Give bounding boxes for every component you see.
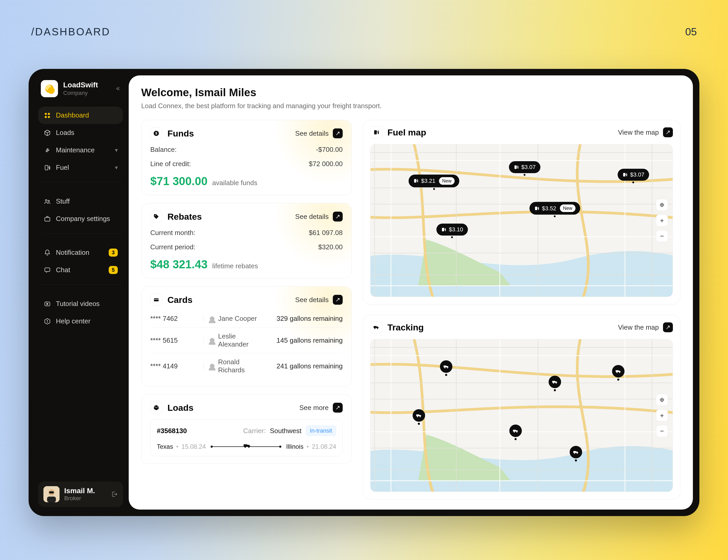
tracking-map[interactable]: + − bbox=[370, 339, 673, 492]
pin-price: $3.10 bbox=[449, 226, 463, 233]
svg-point-44 bbox=[619, 372, 620, 373]
brand-sub: Company bbox=[63, 90, 98, 96]
svg-rect-20 bbox=[244, 444, 247, 447]
zoom-out-button[interactable]: − bbox=[656, 425, 668, 437]
tracking-view[interactable]: View the map ↗ bbox=[618, 322, 673, 332]
zoom-in-button[interactable]: + bbox=[656, 409, 668, 421]
svg-point-21 bbox=[245, 447, 246, 448]
map-controls: + − bbox=[656, 199, 668, 242]
fuel-map[interactable]: $3.21New$3.07$3.07$3.52New$3.10 + − bbox=[370, 144, 673, 297]
tracking-pin[interactable] bbox=[440, 360, 452, 373]
cards-title: Cards bbox=[167, 295, 192, 305]
card-row[interactable]: **** 7462 Jane Cooper 329 gallons remain… bbox=[150, 310, 343, 327]
brand-logo bbox=[41, 80, 58, 97]
nav-loads[interactable]: Loads bbox=[38, 124, 123, 141]
fuel-map-title: Fuel map bbox=[387, 127, 426, 138]
arrow-icon: ↗ bbox=[333, 403, 343, 413]
balance-label: Balance: bbox=[150, 146, 177, 154]
person-icon bbox=[210, 338, 215, 343]
nav-label: Fuel bbox=[56, 164, 69, 172]
card-remaining: 329 gallons remaining bbox=[267, 315, 343, 323]
fuel-price-pin[interactable]: $3.07 bbox=[509, 161, 540, 173]
arrow-icon: ↗ bbox=[333, 295, 343, 305]
tracking-pin[interactable] bbox=[509, 425, 522, 437]
chat-badge: 5 bbox=[109, 266, 118, 274]
nav-chat[interactable]: Chat 5 bbox=[38, 261, 123, 279]
funds-see-details[interactable]: See details ↗ bbox=[295, 128, 343, 138]
cards-list: **** 7462 Jane Cooper 329 gallons remain… bbox=[150, 310, 343, 379]
action-label: View the map bbox=[618, 128, 659, 136]
svg-rect-29 bbox=[442, 228, 444, 231]
nav-help-center[interactable]: Help center bbox=[38, 312, 123, 330]
svg-text:$: $ bbox=[155, 131, 157, 135]
card-remaining: 241 gallons remaining bbox=[267, 362, 343, 370]
svg-point-49 bbox=[514, 432, 515, 433]
card-row[interactable]: **** 5615 Leslie Alexander 145 gallons r… bbox=[150, 327, 343, 353]
svg-point-43 bbox=[616, 372, 617, 373]
tracking-pin[interactable] bbox=[549, 376, 561, 388]
route-from-date: 15.08.24 bbox=[181, 443, 206, 450]
cards-see-details[interactable]: See details ↗ bbox=[295, 295, 343, 305]
nav-primary: Dashboard Loads Maintenance ▾ Fuel ▾ bbox=[38, 107, 123, 176]
tracking-pin[interactable] bbox=[570, 446, 582, 458]
nav-dashboard[interactable]: Dashboard bbox=[38, 107, 123, 124]
chat-icon bbox=[43, 266, 51, 274]
zoom-out-button[interactable]: − bbox=[656, 230, 668, 242]
nav-help: Tutorial videos Help center bbox=[38, 295, 123, 330]
svg-rect-25 bbox=[414, 179, 416, 183]
credit-value: $72 000.00 bbox=[309, 160, 343, 168]
svg-point-53 bbox=[577, 453, 578, 454]
tracking-pin[interactable] bbox=[612, 365, 625, 377]
nav-stuff[interactable]: Stuff bbox=[38, 193, 123, 210]
nav-fuel[interactable]: Fuel ▾ bbox=[38, 159, 123, 176]
svg-rect-28 bbox=[535, 206, 537, 210]
rebates-title: Rebates bbox=[167, 212, 202, 222]
carrier-label: Carrier: bbox=[243, 427, 266, 435]
fuel-price-pin[interactable]: $3.52New bbox=[529, 202, 580, 215]
welcome-subtitle: Load Connex, the best platform for track… bbox=[141, 102, 680, 110]
nav-notification[interactable]: Notification 3 bbox=[38, 244, 123, 261]
pin-price: $3.07 bbox=[521, 164, 536, 171]
funds-title: Funds bbox=[167, 128, 194, 139]
briefcase-icon bbox=[43, 215, 51, 223]
nav-tertiary: Notification 3 Chat 5 bbox=[38, 244, 123, 279]
card-icon bbox=[150, 294, 162, 306]
pin-price: $3.07 bbox=[630, 171, 644, 178]
available-funds-label: available funds bbox=[212, 179, 257, 187]
user-meta: Ismail M. Broker bbox=[64, 487, 95, 502]
user-card[interactable]: Ismail M. Broker bbox=[38, 481, 123, 507]
rebates-period-value: $320.00 bbox=[318, 243, 343, 251]
fuel-price-pin[interactable]: $3.21New bbox=[408, 174, 459, 187]
tracking-pin[interactable] bbox=[413, 409, 425, 422]
action-label: See more bbox=[299, 404, 329, 412]
locate-button[interactable] bbox=[656, 394, 668, 406]
locate-button[interactable] bbox=[656, 199, 668, 211]
tracking-title: Tracking bbox=[387, 322, 424, 333]
person-icon bbox=[210, 364, 215, 368]
brand-block[interactable]: LoadSwift Company bbox=[38, 78, 123, 102]
rebates-see-details[interactable]: See details ↗ bbox=[295, 212, 343, 222]
nav-company-settings[interactable]: Company settings bbox=[38, 210, 123, 227]
logout-button[interactable] bbox=[111, 491, 118, 498]
tracking-card: Tracking View the map ↗ bbox=[363, 315, 680, 499]
fuel-map-view[interactable]: View the map ↗ bbox=[618, 127, 673, 137]
card-row[interactable]: **** 4149 Ronald Richards 241 gallons re… bbox=[150, 353, 343, 379]
fuel-price-pin[interactable]: $3.07 bbox=[617, 169, 649, 181]
collapse-sidebar-button[interactable] bbox=[115, 86, 120, 92]
card-holder: Leslie Alexander bbox=[210, 332, 267, 348]
nav-label: Maintenance bbox=[56, 146, 95, 154]
people-icon bbox=[43, 198, 51, 205]
nav-tutorials[interactable]: Tutorial videos bbox=[38, 295, 123, 312]
pin-price: $3.21 bbox=[421, 178, 435, 184]
load-item[interactable]: #3568130 Carrier: Southwest In-transit T… bbox=[150, 419, 343, 456]
chevron-down-icon: ▾ bbox=[115, 147, 118, 154]
svg-rect-8 bbox=[45, 268, 50, 271]
zoom-in-button[interactable]: + bbox=[656, 214, 668, 226]
user-role: Broker bbox=[64, 495, 95, 502]
loads-see-more[interactable]: See more ↗ bbox=[299, 403, 343, 413]
svg-point-34 bbox=[377, 328, 378, 329]
available-funds-value: $71 300.00 bbox=[150, 175, 207, 188]
nav-maintenance[interactable]: Maintenance ▾ bbox=[38, 141, 123, 159]
fuel-price-pin[interactable]: $3.10 bbox=[436, 224, 468, 236]
route-to-date: 21.08.24 bbox=[312, 443, 336, 450]
